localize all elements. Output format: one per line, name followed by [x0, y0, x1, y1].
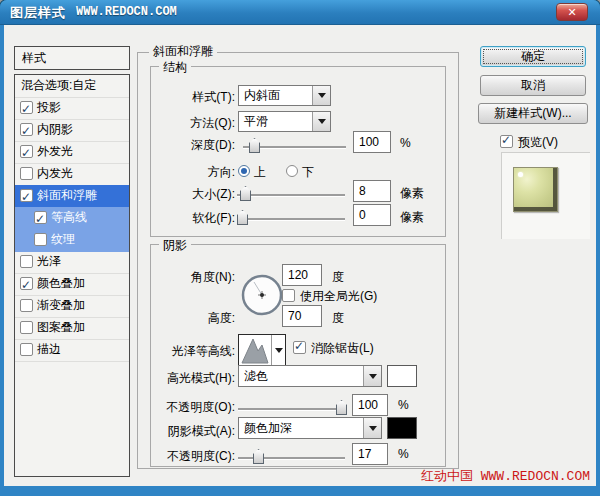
cancel-button[interactable]: 取消 — [480, 75, 586, 96]
shadow-color-swatch[interactable] — [387, 417, 417, 439]
depth-label: 深度(D): — [145, 137, 235, 154]
direction-down-radio[interactable] — [286, 165, 298, 177]
highlight-opacity-label: 不透明度(O): — [145, 399, 235, 416]
dropdown-arrow-icon[interactable] — [363, 418, 381, 438]
color-overlay-checkbox[interactable] — [20, 277, 33, 290]
use-global-light-checkbox[interactable] — [282, 289, 295, 302]
sidebar-item-inner-glow[interactable]: 内发光 — [15, 163, 129, 186]
shadow-opacity-input[interactable]: 17 — [352, 443, 388, 465]
structure-legend: 结构 — [159, 59, 191, 76]
preview-label: 预览(V) — [518, 134, 558, 151]
sidebar-item-stroke[interactable]: 描边 — [15, 339, 129, 362]
dropdown-arrow-icon[interactable] — [271, 335, 285, 366]
stroke-checkbox[interactable] — [20, 343, 33, 356]
use-global-light-label: 使用全局光(G) — [300, 288, 377, 305]
soften-label: 软化(F): — [145, 210, 235, 227]
bevel-emboss-checkbox[interactable] — [20, 189, 33, 202]
direction-label: 方向: — [145, 164, 235, 181]
size-label: 大小(Z): — [145, 186, 235, 203]
outer-glow-checkbox[interactable] — [20, 145, 33, 158]
size-slider-track[interactable] — [237, 194, 345, 196]
angle-unit: 度 — [332, 269, 344, 286]
style-label: 样式(T): — [145, 89, 235, 106]
highlight-mode-label: 高光模式(H): — [145, 370, 235, 387]
drop-shadow-checkbox[interactable] — [20, 101, 33, 114]
texture-checkbox[interactable] — [34, 233, 47, 246]
technique-dropdown[interactable]: 平滑 — [238, 111, 331, 132]
direction-up-label: 上 — [254, 164, 266, 181]
altitude-unit: 度 — [332, 310, 344, 327]
pattern-overlay-checkbox[interactable] — [20, 321, 33, 334]
shadow-opacity-label: 不透明度(C): — [145, 448, 235, 465]
anti-aliased-label: 消除锯齿(L) — [311, 340, 374, 357]
soften-slider-track[interactable] — [237, 218, 345, 220]
angle-dial[interactable] — [240, 273, 284, 317]
shading-legend: 阴影 — [159, 237, 191, 254]
angle-input[interactable]: 120 — [282, 264, 322, 286]
angle-label: 角度(N): — [145, 269, 235, 286]
direction-up-radio[interactable] — [238, 165, 250, 177]
size-input[interactable]: 8 — [353, 180, 391, 202]
contour-checkbox[interactable] — [34, 211, 47, 224]
gloss-contour-label: 光泽等高线: — [145, 343, 235, 360]
preview-checkbox[interactable] — [500, 135, 513, 148]
direction-down-label: 下 — [302, 164, 314, 181]
sidebar-item-drop-shadow[interactable]: 投影 — [15, 97, 129, 120]
inner-shadow-checkbox[interactable] — [20, 123, 33, 136]
satin-checkbox[interactable] — [20, 255, 33, 268]
layer-style-dialog: 图层样式 WWW.REDOCN.COM ✕ 样式 混合选项:自定 投影 内阴影 … — [0, 0, 600, 496]
highlight-color-swatch[interactable] — [387, 365, 417, 387]
gradient-overlay-checkbox[interactable] — [20, 299, 33, 312]
technique-label: 方法(Q): — [145, 115, 235, 132]
sidebar-item-gradient-overlay[interactable]: 渐变叠加 — [15, 295, 129, 318]
highlight-opacity-unit: % — [398, 398, 409, 412]
sidebar-item-texture[interactable]: 纹理 — [15, 229, 129, 252]
soften-unit: 像素 — [400, 209, 424, 226]
depth-unit: % — [400, 136, 411, 150]
altitude-label: 高度: — [145, 310, 235, 327]
style-dropdown[interactable]: 内斜面 — [238, 85, 331, 106]
titlebar-watermark: WWW.REDOCN.COM — [76, 5, 177, 19]
sidebar-item-blending-options[interactable]: 混合选项:自定 — [15, 75, 129, 98]
close-button[interactable]: ✕ — [556, 3, 588, 21]
size-unit: 像素 — [400, 185, 424, 202]
styles-list: 混合选项:自定 投影 内阴影 外发光 内发光 斜面和浮雕 等高线 纹理 — [14, 74, 130, 477]
ok-button[interactable]: 确定 — [480, 46, 586, 67]
anti-aliased-checkbox[interactable] — [293, 341, 306, 354]
sidebar-item-inner-shadow[interactable]: 内阴影 — [15, 119, 129, 142]
gloss-contour-picker[interactable] — [238, 334, 286, 367]
shadow-opacity-unit: % — [398, 447, 409, 461]
soften-input[interactable]: 0 — [353, 204, 391, 226]
highlight-opacity-input[interactable]: 100 — [352, 394, 388, 416]
dropdown-arrow-icon[interactable] — [312, 86, 330, 105]
sidebar-item-bevel-emboss[interactable]: 斜面和浮雕 — [15, 185, 129, 208]
inner-glow-checkbox[interactable] — [20, 167, 33, 180]
shadow-mode-label: 阴影模式(A): — [145, 423, 235, 440]
sidebar-item-pattern-overlay[interactable]: 图案叠加 — [15, 317, 129, 340]
depth-input[interactable]: 100 — [353, 131, 391, 153]
sidebar-item-satin[interactable]: 光泽 — [15, 251, 129, 274]
altitude-input[interactable]: 70 — [282, 305, 322, 327]
highlight-mode-dropdown[interactable]: 滤色 — [238, 365, 382, 387]
new-style-button[interactable]: 新建样式(W)... — [478, 103, 588, 124]
styles-list-header: 样式 — [14, 46, 130, 70]
dropdown-arrow-icon[interactable] — [363, 366, 381, 386]
window-title: 图层样式 — [10, 4, 66, 22]
close-icon: ✕ — [567, 6, 576, 18]
highlight-opacity-slider-track[interactable] — [238, 408, 345, 410]
panel-title: 斜面和浮雕 — [149, 43, 217, 60]
contour-thumbnail-icon — [240, 336, 272, 365]
dropdown-arrow-icon[interactable] — [312, 112, 330, 131]
shadow-mode-dropdown[interactable]: 颜色加深 — [238, 417, 382, 439]
titlebar[interactable]: 图层样式 WWW.REDOCN.COM ✕ — [0, 0, 600, 25]
sidebar-item-color-overlay[interactable]: 颜色叠加 — [15, 273, 129, 296]
sidebar-item-contour[interactable]: 等高线 — [15, 207, 129, 230]
watermark-text: 红动中国 WWW.REDOCN.COM — [340, 467, 590, 485]
preview-thumbnail — [513, 167, 558, 212]
sidebar-item-outer-glow[interactable]: 外发光 — [15, 141, 129, 164]
